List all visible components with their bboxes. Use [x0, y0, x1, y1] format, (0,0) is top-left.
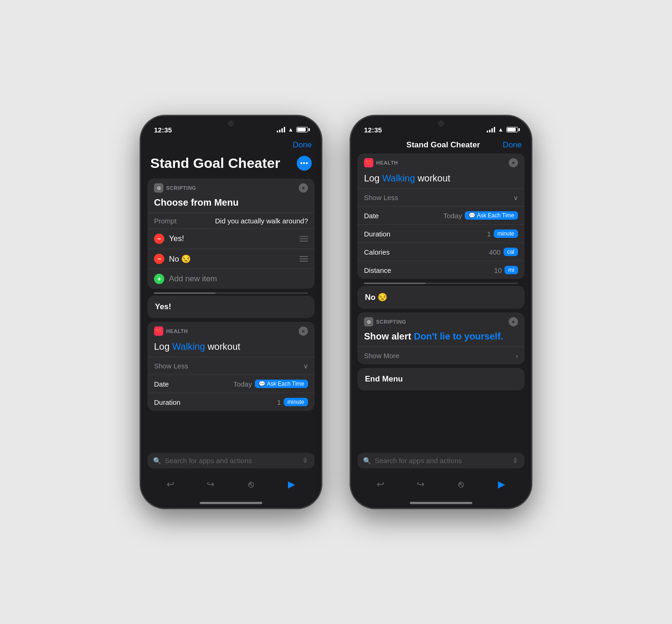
share-icon-2: ⎋: [458, 479, 464, 490]
scroll-content-2[interactable]: ❤️ HEALTH × Log Walking workout Show Le: [351, 153, 531, 449]
scroll-indicator-1: [154, 292, 308, 294]
more-button-1[interactable]: •••: [297, 156, 312, 171]
page-title-1: Stand Goal Cheater: [150, 155, 292, 171]
undo-icon-1: ↩: [167, 478, 175, 490]
scripting-card-header-1: ⚙ SCRIPTING ×: [147, 179, 315, 195]
calories-label-2: Calories: [364, 248, 390, 256]
log-prefix-2: Log: [364, 173, 379, 183]
date-label-1: Date: [154, 380, 169, 388]
no-section-2: No 😒: [357, 286, 525, 309]
phones-container: 12:35 ▲ Done: [140, 115, 532, 509]
duration-label-2: Duration: [364, 230, 391, 238]
wifi-icon-1: ▲: [288, 126, 294, 133]
undo-icon-2: ↩: [377, 478, 385, 490]
done-button-1[interactable]: Done: [293, 140, 312, 150]
scripting-alert-title-2: Show alert Don't lie to yourself.: [357, 329, 525, 347]
log-row-2: Log Walking workout: [357, 170, 525, 188]
duration-row-1: Duration 1 minute: [147, 393, 315, 411]
log-activity-2: Walking: [382, 173, 418, 183]
drag-handle-no-1[interactable]: [300, 256, 308, 262]
redo-button-1[interactable]: ↪: [203, 476, 219, 492]
health-icon-1: ❤️: [154, 326, 163, 336]
duration-unit-badge-2[interactable]: minute: [494, 229, 518, 238]
toolbar-1: ↩ ↪ ⎋ ▶: [141, 472, 321, 502]
share-button-2[interactable]: ⎋: [453, 476, 469, 492]
scripting-alert-close-2[interactable]: ×: [509, 317, 518, 326]
scroll-content-1[interactable]: ⚙ SCRIPTING × Choose from Menu Prompt Di…: [141, 179, 321, 449]
scripting-close-1[interactable]: ×: [299, 183, 308, 193]
play-button-1[interactable]: ▶: [283, 476, 300, 492]
calories-number-2: 400: [489, 248, 501, 256]
status-time-1: 12:35: [154, 126, 172, 134]
side-btn-power: [321, 193, 322, 235]
chevron-down-icon-1: ∨: [303, 362, 308, 370]
chevron-down-icon-2: ∨: [513, 194, 518, 201]
scripting-icon-1: ⚙: [154, 183, 163, 193]
play-button-2[interactable]: ▶: [493, 476, 510, 492]
mic-icon-1[interactable]: 🎙: [302, 457, 309, 465]
close-x-1: ×: [302, 185, 305, 191]
status-icons-1: ▲: [277, 126, 308, 133]
screen-1: 12:35 ▲ Done: [141, 116, 321, 508]
mic-icon-2[interactable]: 🎙: [512, 457, 519, 465]
health-close-2[interactable]: ×: [509, 158, 518, 167]
show-less-row-2[interactable]: Show Less ∨: [357, 188, 525, 206]
date-value-1: Today 💬 Ask Each Time: [233, 380, 308, 388]
side-btn-vol-down-2: [350, 226, 351, 254]
add-item-row-1[interactable]: + Add new item: [147, 269, 315, 289]
search-bar-1[interactable]: 🔍 Search for apps and actions 🎙: [147, 453, 315, 468]
scripting-alert-close-x-2: ×: [512, 319, 515, 325]
search-bar-2[interactable]: 🔍 Search for apps and actions 🎙: [357, 453, 525, 468]
notch-2: [411, 116, 471, 132]
scripting-alert-header-2: ⚙ SCRIPTING ×: [357, 312, 525, 329]
undo-button-1[interactable]: ↩: [162, 476, 179, 492]
show-alert-blue-2: Don't lie to yourself.: [414, 331, 503, 341]
show-less-row-1[interactable]: Show Less ∨: [147, 357, 315, 374]
date-row-1: Date Today 💬 Ask Each Time: [147, 374, 315, 393]
drag-handle-yes-1[interactable]: [300, 236, 308, 242]
search-icon-2: 🔍: [363, 457, 371, 465]
plus-add-1[interactable]: +: [154, 274, 164, 284]
redo-icon-2: ↪: [417, 478, 425, 490]
minus-no-1[interactable]: −: [154, 254, 164, 264]
yes-section-1: Yes!: [147, 296, 315, 318]
camera-1: [228, 121, 234, 126]
scroll-indicator-2: [364, 283, 518, 284]
redo-button-2[interactable]: ↪: [413, 476, 429, 492]
battery-icon-2: [506, 127, 518, 132]
ask-each-time-badge-1[interactable]: 💬 Ask Each Time: [255, 380, 308, 388]
toolbar-2: ↩ ↪ ⎋ ▶: [351, 472, 531, 502]
duration-unit-badge-1[interactable]: minute: [284, 398, 308, 406]
duration-number-1: 1: [277, 398, 281, 406]
log-row-1: Log Walking workout: [147, 339, 315, 357]
menu-item-yes-text-1: Yes!: [169, 234, 184, 243]
distance-unit-badge-2[interactable]: mi: [504, 266, 518, 274]
health-close-1[interactable]: ×: [299, 326, 308, 336]
undo-button-2[interactable]: ↩: [372, 476, 389, 492]
ask-each-time-badge-2[interactable]: 💬 Ask Each Time: [465, 211, 518, 220]
date-today-2: Today: [443, 212, 462, 220]
scripting-alert-icon-2: ⚙: [364, 317, 373, 326]
date-today-1: Today: [233, 380, 252, 388]
search-placeholder-1: Search for apps and actions: [165, 457, 299, 465]
duration-number-2: 1: [487, 230, 491, 238]
ask-label-1: Ask Each Time: [267, 381, 304, 387]
minus-yes-1[interactable]: −: [154, 234, 164, 244]
chevron-right-icon-2: ›: [516, 352, 518, 360]
side-btn-vol-up-2: [350, 193, 351, 221]
camera-2: [438, 121, 444, 126]
health-card-2: ❤️ HEALTH × Log Walking workout Show Le: [357, 153, 525, 279]
show-more-row-2[interactable]: Show More ›: [357, 347, 525, 364]
search-placeholder-2: Search for apps and actions: [375, 457, 509, 465]
calories-unit-badge-2[interactable]: cal: [504, 248, 518, 256]
distance-row-2: Distance 10 mi: [357, 261, 525, 279]
side-btn-power-2: [531, 193, 532, 235]
nav-title-2: Stand Goal Cheater: [406, 140, 480, 150]
share-button-1[interactable]: ⎋: [243, 476, 259, 492]
done-button-2[interactable]: Done: [503, 140, 522, 150]
status-time-2: 12:35: [364, 126, 382, 134]
scripting-alert-label-2: SCRIPTING: [376, 319, 406, 325]
health-close-x-1: ×: [302, 328, 305, 334]
ask-label-2: Ask Each Time: [477, 212, 514, 219]
scripting-label-1: SCRIPTING: [166, 185, 196, 191]
